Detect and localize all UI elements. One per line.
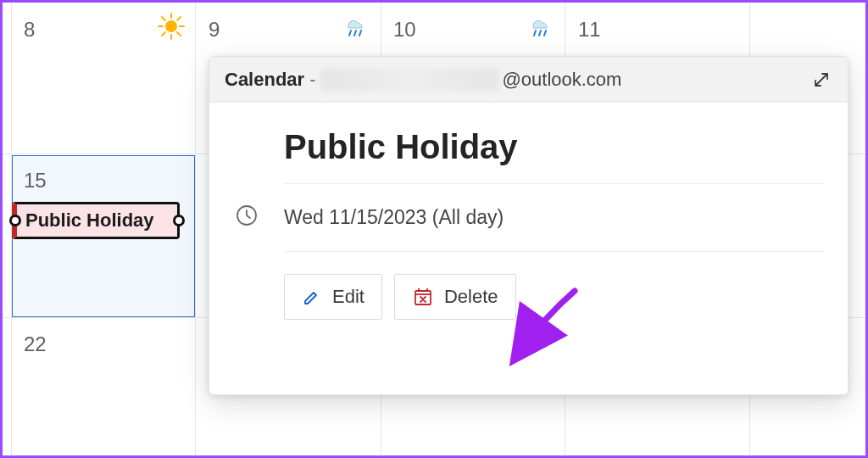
obscured-account-name bbox=[320, 69, 498, 91]
event-time-text: Wed 11/15/2023 (All day) bbox=[284, 206, 504, 229]
svg-point-0 bbox=[165, 20, 177, 32]
delete-button[interactable]: Delete bbox=[394, 274, 516, 320]
pencil-icon bbox=[302, 287, 322, 307]
sunny-icon bbox=[158, 13, 185, 43]
clock-icon bbox=[235, 204, 259, 232]
expand-icon bbox=[812, 70, 831, 89]
action-buttons-row: Edit Delete bbox=[284, 252, 824, 320]
separator-text: - bbox=[309, 69, 315, 91]
popout-header: Calendar - @outlook.com bbox=[209, 57, 848, 103]
email-domain-label: @outlook.com bbox=[502, 69, 621, 91]
edit-button[interactable]: Edit bbox=[284, 274, 382, 320]
day-number[interactable]: 22 bbox=[24, 332, 47, 356]
calendar-delete-icon bbox=[412, 286, 434, 308]
svg-line-10 bbox=[354, 31, 356, 36]
grid-col-line bbox=[195, 3, 196, 455]
event-title: Public Holiday bbox=[284, 128, 824, 166]
day-number[interactable]: 10 bbox=[393, 18, 416, 42]
day-number[interactable]: 8 bbox=[24, 18, 35, 42]
svg-line-13 bbox=[539, 31, 541, 36]
rain-icon bbox=[526, 13, 554, 45]
svg-line-8 bbox=[162, 32, 165, 36]
svg-rect-16 bbox=[415, 291, 431, 304]
calendar-event-pill[interactable]: Public Holiday bbox=[12, 202, 180, 239]
svg-line-9 bbox=[349, 31, 351, 36]
day-number[interactable]: 15 bbox=[24, 169, 47, 193]
delete-button-label: Delete bbox=[444, 286, 498, 308]
rain-icon bbox=[341, 13, 370, 45]
day-number[interactable]: 11 bbox=[578, 18, 601, 42]
svg-line-5 bbox=[162, 17, 165, 20]
popout-body: Public Holiday Wed 11/15/2023 (All day) … bbox=[209, 103, 848, 394]
event-time-row: Wed 11/15/2023 (All day) bbox=[284, 184, 824, 251]
svg-line-14 bbox=[544, 31, 546, 36]
svg-line-6 bbox=[177, 32, 181, 36]
event-pill-label: Public Holiday bbox=[25, 209, 154, 232]
edit-button-label: Edit bbox=[332, 286, 364, 308]
svg-line-11 bbox=[359, 31, 361, 36]
calendar-name-label: Calendar bbox=[225, 69, 304, 91]
resize-handle-left-icon[interactable] bbox=[9, 215, 21, 226]
svg-line-7 bbox=[177, 17, 181, 20]
expand-button[interactable] bbox=[807, 65, 836, 94]
event-details-popout: Calendar - @outlook.com Public Holiday W… bbox=[209, 56, 849, 395]
svg-line-12 bbox=[534, 31, 536, 36]
resize-handle-right-icon[interactable] bbox=[173, 215, 185, 226]
day-number[interactable]: 9 bbox=[209, 18, 220, 42]
